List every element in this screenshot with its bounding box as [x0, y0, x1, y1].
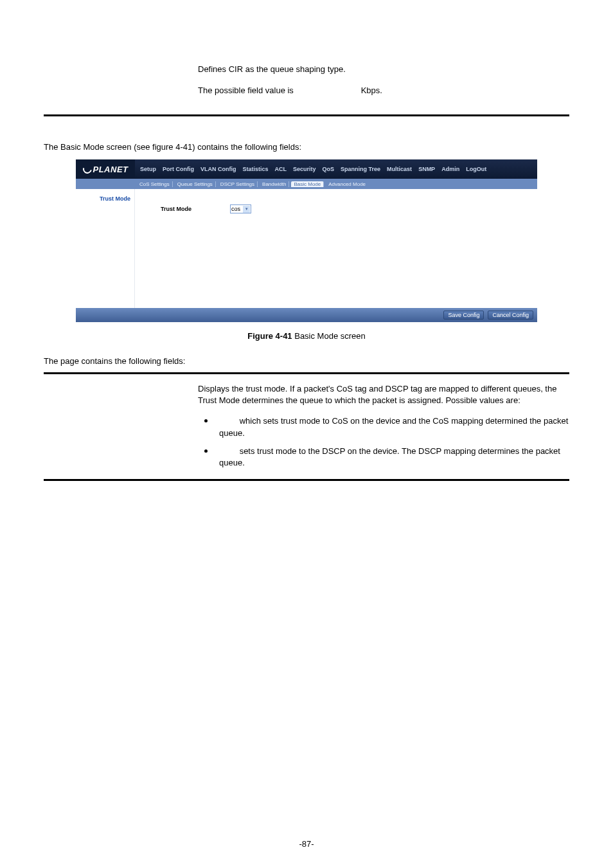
nav-setup[interactable]: Setup — [140, 166, 156, 172]
nav-security[interactable]: Security — [293, 166, 316, 172]
trust-mode-value: cos — [231, 206, 240, 212]
nav-acl[interactable]: ACL — [275, 166, 287, 172]
nav-multicast[interactable]: Multicast — [387, 166, 412, 172]
sidebar-trust-mode[interactable]: Trust Mode — [100, 195, 130, 202]
definition-line-1: Defines CIR as the queue shaping type. — [198, 64, 569, 74]
subnav-bandwidth[interactable]: Bandwidth — [260, 181, 289, 187]
fields-intro: The page contains the following fields: — [44, 356, 569, 366]
definition-unit: Kbps. — [361, 86, 382, 95]
nav-qos[interactable]: QoS — [323, 166, 335, 172]
definition-block: Defines CIR as the queue shaping type. T… — [44, 64, 569, 95]
screenshot-footer: Save Config Cancel Config — [76, 308, 537, 322]
bullet-icon — [204, 419, 208, 422]
bullet-icon — [204, 449, 208, 453]
logo-text: PLANET — [93, 165, 129, 174]
cancel-config-button[interactable]: Cancel Config — [488, 311, 533, 320]
screenshot: PLANET Setup Port Config VLAN Config Sta… — [76, 159, 537, 322]
figure-number: Figure 4-41 — [247, 331, 292, 341]
sub-nav: CoS Settings Queue Settings DSCP Setting… — [76, 179, 537, 189]
figure-title: Basic Mode screen — [292, 331, 366, 341]
field-description: Displays the trust mode. If a packet's C… — [198, 383, 569, 406]
subnav-queue-settings[interactable]: Queue Settings — [175, 181, 216, 187]
divider — [44, 479, 569, 481]
logo-swoosh-icon — [81, 163, 93, 175]
nav-spanning-tree[interactable]: Spanning Tree — [341, 166, 380, 172]
bullet-cos-text: which sets trust mode to CoS on the devi… — [219, 416, 568, 437]
chevron-down-icon: ▾ — [243, 206, 250, 213]
nav-vlan-config[interactable]: VLAN Config — [200, 166, 236, 172]
nav-admin[interactable]: Admin — [441, 166, 459, 172]
figure-caption: Figure 4-41 Basic Mode screen — [44, 331, 569, 341]
logo: PLANET — [76, 159, 135, 179]
definition-line-2: The possible field value is Kbps. — [198, 86, 569, 95]
trust-mode-select[interactable]: cos ▾ — [230, 204, 251, 213]
field-description-block: Displays the trust mode. If a packet's C… — [44, 383, 569, 469]
subnav-cos-settings[interactable]: CoS Settings — [137, 181, 173, 187]
nav-statistics[interactable]: Statistics — [243, 166, 269, 172]
trust-mode-label: Trust Mode — [161, 206, 191, 212]
page-number: -87- — [0, 839, 613, 849]
nav-port-config[interactable]: Port Config — [163, 166, 194, 172]
nav-snmp[interactable]: SNMP — [418, 166, 435, 172]
subnav-basic-mode[interactable]: Basic Mode — [291, 181, 324, 187]
section-intro: The Basic Mode screen (see figure 4-41) … — [44, 142, 569, 152]
top-nav: Setup Port Config VLAN Config Statistics… — [135, 166, 486, 172]
screenshot-sidebar: Trust Mode — [76, 189, 135, 308]
divider — [44, 372, 569, 374]
definition-label: The possible field value is — [198, 86, 359, 95]
save-config-button[interactable]: Save Config — [443, 311, 484, 320]
subnav-dscp-settings[interactable]: DSCP Settings — [218, 181, 258, 187]
bullet-dscp: sets trust mode to the DSCP on the devic… — [198, 446, 569, 469]
bullet-cos: which sets trust mode to CoS on the devi… — [198, 415, 569, 439]
screenshot-topbar: PLANET Setup Port Config VLAN Config Sta… — [76, 159, 537, 179]
nav-logout[interactable]: LogOut — [466, 166, 486, 172]
bullet-dscp-text: sets trust mode to the DSCP on the devic… — [219, 446, 560, 467]
divider — [44, 114, 569, 116]
subnav-advanced-mode[interactable]: Advanced Mode — [326, 181, 368, 187]
screenshot-main: Trust Mode cos ▾ — [135, 189, 537, 308]
